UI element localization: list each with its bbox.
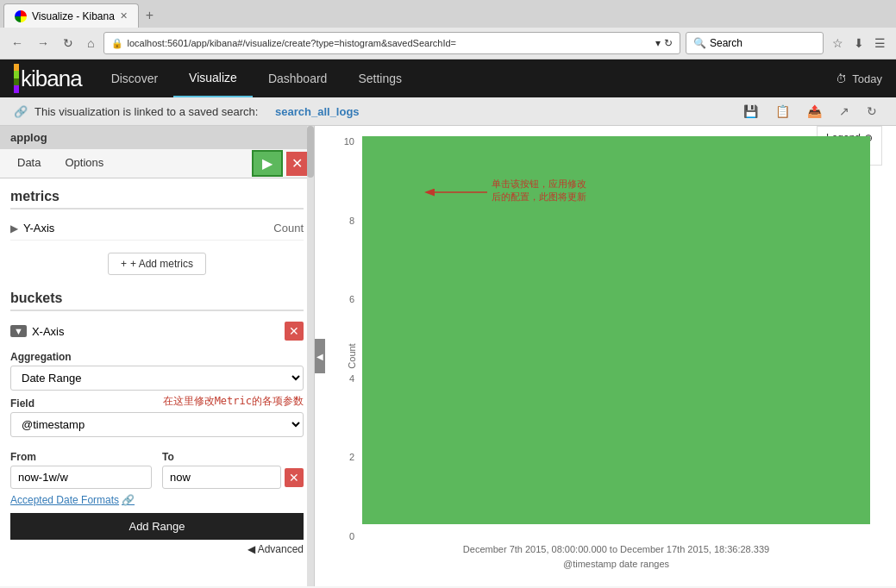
scroll-bar[interactable] [307, 126, 314, 586]
run-button[interactable]: ▶ [252, 150, 283, 177]
bucket-expand-icon[interactable]: ▼ [10, 325, 27, 337]
search-icon: 🔍 [693, 37, 706, 49]
from-item: From [10, 444, 152, 489]
to-label: To [162, 451, 304, 463]
browser-search-bar[interactable]: 🔍 Search [686, 32, 824, 54]
y-axis: 10 8 6 4 2 0 [332, 136, 358, 541]
metric-label: ▶ Y-Axis [10, 222, 54, 235]
clock-icon: ⏱ [836, 72, 847, 85]
main-content: applog Data Options ▶ ✕ metrics ▶ Y-Axis… [0, 126, 896, 586]
bucket-header: ▼ X-Axis ✕ [10, 318, 304, 344]
refresh-button[interactable]: ↻ [59, 34, 78, 52]
home-button[interactable]: ⌂ [83, 34, 98, 52]
tab-bar: Visualize - Kibana ✕ + [0, 0, 896, 28]
y-label-2: 2 [349, 452, 354, 462]
browser-chrome: Visualize - Kibana ✕ + ← → ↻ ⌂ 🔒 localho… [0, 0, 896, 59]
nav-settings[interactable]: Settings [342, 59, 417, 97]
from-to-row: From To ✕ [10, 444, 304, 489]
saved-search-link[interactable]: search_all_logs [275, 105, 360, 118]
notif-refresh-button[interactable]: ↻ [862, 103, 882, 120]
x-axis-subtitle: @timestamp date ranges [362, 559, 870, 569]
plus-icon: + [121, 258, 127, 270]
field-annotation: 在这里修改Metric的各项参数 [163, 394, 304, 409]
left-panel: applog Data Options ▶ ✕ metrics ▶ Y-Axis… [0, 126, 315, 586]
run-btn-annotation: 单击该按钮，应用修改 后的配置，此图将更新 [492, 178, 586, 204]
tab-data[interactable]: Data [7, 149, 51, 178]
add-range-button[interactable]: Add Range [10, 513, 304, 540]
url-text: localhost:5601/app/kibana#/visualize/cre… [127, 38, 652, 48]
nav-visualize[interactable]: Visualize [173, 59, 253, 97]
cancel-button[interactable]: ✕ [286, 152, 307, 176]
accepted-date-formats-link[interactable]: Accepted Date Formats 🔗 [10, 494, 304, 506]
panel-section-label: applog [0, 126, 314, 149]
metric-yaxis-item: ▶ Y-Axis Count [10, 216, 304, 241]
count-axis-label: Count [347, 343, 357, 368]
aggregation-select[interactable]: Date Range [10, 366, 304, 391]
field-label: Field [10, 397, 34, 410]
notif-share-button[interactable]: 📤 [802, 103, 827, 120]
right-panel: Legend ⊕ Count 10 8 6 4 2 0 Count [315, 126, 896, 586]
tab-title: Visualize - Kibana [32, 10, 115, 22]
scroll-thumb[interactable] [307, 126, 314, 178]
toolbar-icons: ☆ ⬇ ☰ [829, 34, 889, 52]
add-metrics-button[interactable]: + + Add metrics [108, 253, 206, 275]
kibana-navbar: kibana Discover Visualize Dashboard Sett… [0, 59, 896, 97]
logo-text: kibana [21, 66, 82, 92]
from-input[interactable] [10, 466, 152, 489]
url-refresh-icon[interactable]: ↻ [664, 37, 673, 49]
address-bar: ← → ↻ ⌂ 🔒 localhost:5601/app/kibana#/vis… [0, 28, 896, 59]
notification-bar: 🔗 This visualization is linked to a save… [0, 97, 896, 126]
url-lock-icon: 🔒 [111, 38, 123, 49]
y-axis-count: Count [273, 222, 304, 235]
url-dropdown-icon[interactable]: ▾ [655, 37, 661, 49]
notification-text: This visualization is linked to a saved … [34, 105, 258, 118]
forward-button[interactable]: → [33, 34, 53, 52]
x-axis-label: X-Axis [32, 325, 65, 338]
field-select[interactable]: @timestamp [10, 412, 304, 437]
add-metrics-label: + Add metrics [130, 258, 193, 270]
add-metrics-row: + + Add metrics [10, 246, 304, 282]
url-bar[interactable]: 🔒 localhost:5601/app/kibana#/visualize/c… [103, 32, 680, 54]
bookmark-button[interactable]: ☆ [829, 34, 847, 52]
notification-actions: 💾 📋 📤 ↗ ↻ [738, 103, 882, 120]
menu-button[interactable]: ☰ [871, 34, 889, 52]
tab-options[interactable]: Options [54, 149, 114, 178]
notif-open-button[interactable]: ↗ [834, 103, 855, 120]
to-item: To ✕ [162, 444, 304, 489]
new-tab-button[interactable]: + [139, 8, 160, 23]
download-button[interactable]: ⬇ [850, 34, 868, 52]
field-row: Field 在这里修改Metric的各项参数 [10, 391, 304, 412]
metrics-section-title: metrics [10, 189, 304, 210]
to-input[interactable] [162, 466, 281, 489]
x-axis-label: December 7th 2015, 08:00:00.000 to Decem… [362, 544, 870, 554]
remove-range-button[interactable]: ✕ [285, 468, 304, 487]
y-label-0: 0 [349, 531, 354, 541]
y-label-10: 10 [344, 136, 354, 147]
tab-close-button[interactable]: ✕ [120, 10, 128, 22]
metric-expand-icon[interactable]: ▶ [10, 222, 18, 235]
to-with-btn: ✕ [162, 466, 304, 489]
buckets-section-title: buckets [10, 291, 304, 311]
kibana-logo: kibana [0, 64, 96, 93]
remove-bucket-button[interactable]: ✕ [285, 322, 304, 341]
nav-today-label: Today [852, 72, 882, 85]
panel-tabs: Data Options ▶ ✕ [0, 149, 314, 178]
browser-tab[interactable]: Visualize - Kibana ✕ [3, 3, 139, 28]
advanced-link[interactable]: ◀ Advanced [10, 540, 304, 559]
panel-content: metrics ▶ Y-Axis Count + + Add metrics b… [0, 178, 314, 586]
notif-copy-button[interactable]: 📋 [770, 103, 795, 120]
y-label-6: 6 [349, 294, 354, 304]
collapse-panel-button[interactable]: ◀ [315, 339, 325, 373]
notif-save-button[interactable]: 💾 [738, 103, 763, 120]
y-label-8: 8 [349, 216, 354, 226]
tab-favicon [15, 10, 27, 22]
x-axis-bucket: ▼ X-Axis ✕ Aggregation Date Range Field … [10, 318, 304, 559]
nav-dashboard[interactable]: Dashboard [253, 59, 343, 97]
nav-links: Discover Visualize Dashboard Settings [96, 59, 417, 97]
chart-bar [362, 136, 870, 524]
accepted-formats-row: Accepted Date Formats 🔗 [10, 494, 304, 506]
nav-discover[interactable]: Discover [96, 59, 173, 97]
y-label-4: 4 [349, 373, 354, 384]
link-icon-small: 🔗 [122, 494, 135, 506]
back-button[interactable]: ← [7, 34, 28, 52]
